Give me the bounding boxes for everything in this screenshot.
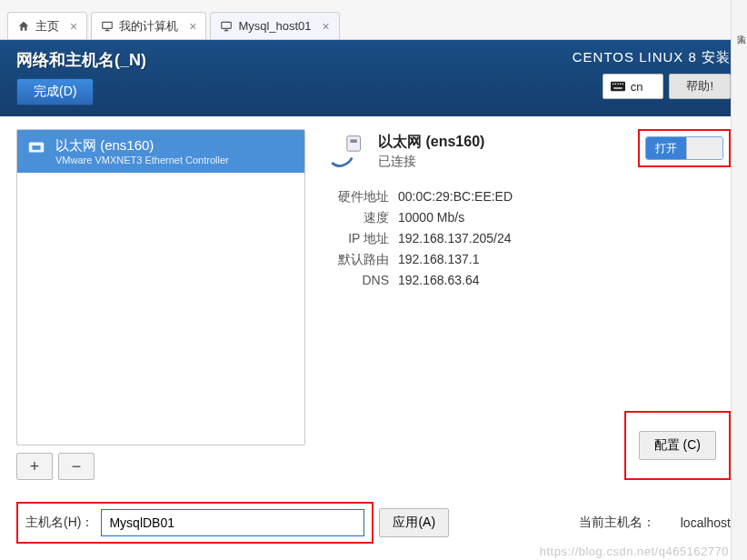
home-icon bbox=[17, 20, 30, 33]
hostname-label: 主机名(H)： bbox=[25, 515, 94, 531]
kv-key: 默认路由 bbox=[325, 252, 389, 268]
svg-rect-0 bbox=[103, 22, 113, 28]
svg-rect-10 bbox=[32, 145, 40, 150]
right-sliver: 输入 bbox=[731, 0, 747, 560]
network-main: 以太网 (ens160) VMware VMXNET3 Ethernet Con… bbox=[0, 116, 747, 480]
tab-bar: 主页 × 我的计算机 × Mysql_host01 × bbox=[0, 0, 747, 40]
ethernet-icon bbox=[26, 137, 46, 157]
nic-properties: 硬件地址00:0C:29:BC:EE:ED 速度10000 Mb/s IP 地址… bbox=[325, 189, 725, 287]
done-button[interactable]: 完成(D) bbox=[16, 78, 94, 105]
current-hostname: 当前主机名： localhost bbox=[579, 515, 731, 531]
nic-title: 以太网 (ens160) bbox=[55, 137, 229, 155]
monitor-icon bbox=[101, 20, 114, 33]
kv-key: DNS bbox=[325, 273, 389, 287]
svg-rect-12 bbox=[351, 139, 357, 143]
close-icon[interactable]: × bbox=[323, 19, 330, 34]
current-hostname-label: 当前主机名： bbox=[579, 515, 655, 531]
svg-rect-4 bbox=[614, 84, 615, 85]
tab-label: 我的计算机 bbox=[119, 18, 178, 35]
toggle-knob bbox=[686, 137, 722, 159]
kv-val: 192.168.137.1 bbox=[398, 252, 480, 268]
toggle-on-label: 打开 bbox=[646, 137, 686, 159]
installer-header: 网络和主机名(_N) 完成(D) CENTOS LINUX 8 安装 cn 帮助… bbox=[0, 40, 747, 116]
svg-rect-7 bbox=[622, 84, 622, 85]
remove-nic-button[interactable]: − bbox=[58, 453, 95, 480]
kv-val: 10000 Mb/s bbox=[398, 210, 464, 226]
nic-detail-status: 已连接 bbox=[378, 154, 484, 170]
tab-my-computer[interactable]: 我的计算机 × bbox=[91, 12, 206, 39]
kv-key: 速度 bbox=[325, 210, 389, 226]
tab-mysql-host01[interactable]: Mysql_host01 × bbox=[210, 12, 339, 39]
nic-item-ens160[interactable]: 以太网 (ens160) VMware VMXNET3 Ethernet Con… bbox=[17, 130, 304, 173]
svg-rect-5 bbox=[617, 84, 618, 85]
svg-rect-6 bbox=[620, 84, 621, 85]
configure-button[interactable]: 配置 (C) bbox=[639, 431, 716, 460]
apply-button[interactable]: 应用(A) bbox=[379, 508, 449, 537]
kv-val: 192.168.63.64 bbox=[398, 273, 480, 287]
svg-rect-3 bbox=[613, 84, 613, 85]
highlight-box-toggle: 打开 bbox=[638, 129, 731, 167]
current-hostname-value: localhost bbox=[681, 515, 731, 530]
hostname-input[interactable] bbox=[101, 509, 364, 536]
highlight-box-hostname: 主机名(H)： bbox=[16, 502, 374, 544]
nic-enable-toggle[interactable]: 打开 bbox=[645, 136, 723, 160]
header-right: CENTOS LINUX 8 安装 cn 帮助! bbox=[573, 49, 731, 99]
tab-home[interactable]: 主页 × bbox=[7, 12, 87, 39]
kv-key: IP 地址 bbox=[325, 231, 389, 247]
monitor-icon bbox=[220, 20, 233, 33]
add-nic-button[interactable]: + bbox=[16, 453, 53, 480]
highlight-box-config: 配置 (C) bbox=[624, 411, 731, 480]
watermark: https://blog.csdn.net/q465162770 bbox=[540, 545, 729, 558]
close-icon[interactable]: × bbox=[70, 19, 77, 34]
kv-val: 00:0C:29:BC:EE:ED bbox=[398, 189, 513, 205]
nic-detail: 以太网 (ens160) 已连接 打开 硬件地址00:0C:29:BC:EE:E… bbox=[320, 129, 731, 480]
distro-label: CENTOS LINUX 8 安装 bbox=[573, 49, 731, 66]
svg-rect-2 bbox=[611, 82, 625, 92]
svg-rect-1 bbox=[222, 22, 232, 28]
svg-rect-8 bbox=[613, 87, 622, 88]
nic-list: 以太网 (ens160) VMware VMXNET3 Ethernet Con… bbox=[16, 129, 305, 445]
hostname-row: 主机名(H)： 应用(A) 当前主机名： localhost bbox=[0, 480, 747, 544]
nic-sidebar: 以太网 (ens160) VMware VMXNET3 Ethernet Con… bbox=[16, 129, 305, 480]
help-button[interactable]: 帮助! bbox=[669, 74, 731, 99]
keyboard-icon bbox=[611, 81, 625, 92]
nic-add-remove: + − bbox=[16, 453, 305, 480]
close-icon[interactable]: × bbox=[189, 19, 196, 34]
ethernet-plug-icon bbox=[325, 133, 365, 173]
kv-key: 硬件地址 bbox=[325, 189, 389, 205]
nic-subtitle: VMware VMXNET3 Ethernet Controller bbox=[55, 155, 229, 165]
tab-label: 主页 bbox=[35, 18, 59, 35]
tab-label: Mysql_host01 bbox=[238, 19, 311, 33]
keyboard-layout-selector[interactable]: cn bbox=[603, 74, 664, 99]
svg-rect-11 bbox=[347, 136, 361, 152]
keyboard-layout-value: cn bbox=[631, 80, 643, 94]
nic-detail-title: 以太网 (ens160) bbox=[378, 133, 484, 152]
kv-val: 192.168.137.205/24 bbox=[398, 231, 512, 247]
